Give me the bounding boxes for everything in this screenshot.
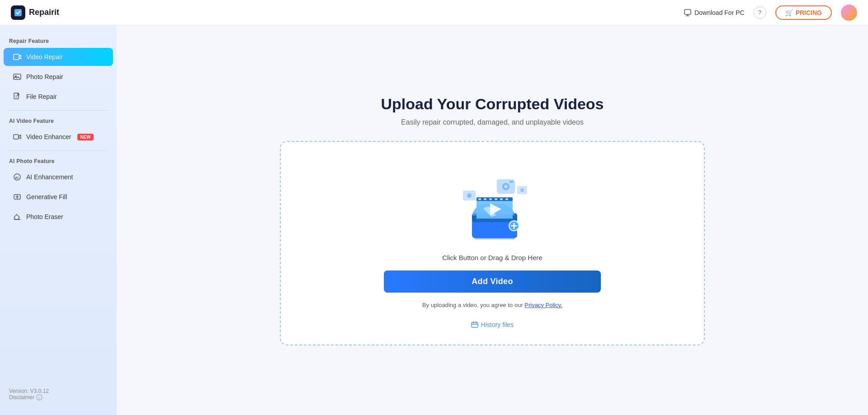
svg-text:i: i — [39, 396, 40, 400]
sidebar-item-ai-enhancement[interactable]: AI AI Enhancement — [4, 168, 113, 186]
video-enhancer-icon — [13, 132, 22, 141]
logo: Repairit — [11, 5, 59, 20]
add-video-label: Add Video — [472, 277, 513, 286]
upload-illustration — [447, 163, 538, 245]
info-icon: i — [36, 394, 42, 401]
privacy-prefix: By uploading a video, you agree to our — [422, 302, 524, 308]
upload-subtitle: Easily repair corrupted, damaged, and un… — [280, 118, 705, 126]
download-pc-button[interactable]: Download For PC — [684, 9, 745, 17]
video-enhancer-label: Video Enhancer — [26, 133, 71, 140]
version-text: Version: V3.0.12 — [9, 388, 108, 394]
svg-rect-18 — [484, 198, 486, 200]
sidebar-item-video-repair[interactable]: Video Repair — [4, 48, 113, 66]
drop-zone[interactable]: Click Button or Drag & Drop Here Add Vid… — [280, 141, 705, 345]
sidebar-item-photo-repair[interactable]: Photo Repair — [4, 68, 113, 86]
svg-rect-27 — [509, 181, 513, 183]
divider-2 — [7, 150, 109, 151]
svg-rect-1 — [684, 9, 691, 14]
svg-rect-22 — [505, 198, 508, 200]
ai-enhancement-icon: AI — [13, 173, 22, 182]
file-repair-label: File Repair — [26, 93, 57, 100]
photo-eraser-icon — [13, 212, 22, 221]
sidebar-item-file-repair[interactable]: File Repair — [4, 88, 113, 106]
svg-rect-34 — [474, 237, 515, 239]
divider-1 — [7, 110, 109, 111]
history-files-link[interactable]: History files — [471, 321, 514, 328]
ai-enhancement-label: AI Enhancement — [26, 173, 73, 181]
drop-hint: Click Button or Drag & Drop Here — [442, 254, 542, 261]
svg-rect-0 — [14, 9, 22, 16]
privacy-text: By uploading a video, you agree to our P… — [422, 302, 562, 308]
svg-point-31 — [520, 188, 524, 192]
help-icon[interactable]: ? — [754, 6, 766, 19]
main-content: Upload Your Corrupted Videos Easily repa… — [117, 25, 868, 415]
file-repair-icon — [13, 92, 22, 101]
pricing-button[interactable]: 🛒 PRICING — [775, 5, 832, 20]
monitor-icon — [684, 9, 692, 17]
upload-container: Upload Your Corrupted Videos Easily repa… — [280, 95, 705, 345]
svg-point-29 — [467, 193, 472, 198]
ai-photo-feature-label: AI Photo Feature — [0, 154, 117, 167]
download-label: Download For PC — [694, 9, 745, 16]
svg-rect-20 — [495, 198, 497, 200]
sidebar: Repair Feature Video Repair Photo Repair — [0, 25, 117, 415]
ai-video-feature-label: AI Video Feature — [0, 114, 117, 127]
svg-rect-35 — [472, 322, 478, 327]
generative-fill-label: Generative Fill — [26, 193, 67, 201]
disclaimer-link[interactable]: Disclaimer i — [9, 394, 108, 401]
video-repair-label: Video Repair — [26, 53, 63, 61]
sidebar-item-photo-eraser[interactable]: Photo Eraser — [4, 208, 113, 226]
logo-icon — [11, 5, 25, 20]
svg-rect-17 — [478, 198, 481, 200]
photo-repair-icon — [13, 72, 22, 81]
history-files-label: History files — [481, 321, 514, 328]
video-repair-icon — [13, 52, 22, 61]
svg-rect-21 — [500, 198, 503, 200]
generative-fill-icon — [13, 192, 22, 201]
history-icon — [471, 321, 478, 328]
upload-title: Upload Your Corrupted Videos — [280, 95, 705, 113]
svg-point-26 — [504, 185, 508, 188]
svg-rect-2 — [14, 54, 19, 60]
photo-repair-label: Photo Repair — [26, 73, 63, 80]
sidebar-footer: Version: V3.0.12 Disclaimer i — [0, 382, 117, 406]
sidebar-item-generative-fill[interactable]: Generative Fill — [4, 188, 113, 206]
header: Repairit Download For PC ? 🛒 PRICING — [0, 0, 868, 25]
pricing-label: PRICING — [796, 9, 822, 16]
cart-icon: 🛒 — [785, 9, 793, 16]
avatar[interactable] — [841, 5, 857, 21]
svg-rect-6 — [14, 135, 19, 139]
logo-text: Repairit — [29, 8, 59, 17]
add-video-button[interactable]: Add Video — [384, 270, 601, 293]
new-badge: NEW — [77, 134, 93, 140]
repair-feature-label: Repair Feature — [0, 34, 117, 47]
main-layout: Repair Feature Video Repair Photo Repair — [0, 25, 868, 415]
svg-rect-16 — [476, 219, 513, 222]
header-right: Download For PC ? 🛒 PRICING — [684, 5, 857, 21]
svg-rect-19 — [489, 198, 492, 200]
sidebar-item-video-enhancer[interactable]: Video Enhancer NEW — [4, 128, 113, 146]
svg-text:AI: AI — [15, 176, 19, 180]
photo-eraser-label: Photo Eraser — [26, 213, 63, 220]
privacy-policy-label: Privacy Policy. — [524, 302, 562, 308]
privacy-policy-link[interactable]: Privacy Policy. — [524, 302, 562, 308]
